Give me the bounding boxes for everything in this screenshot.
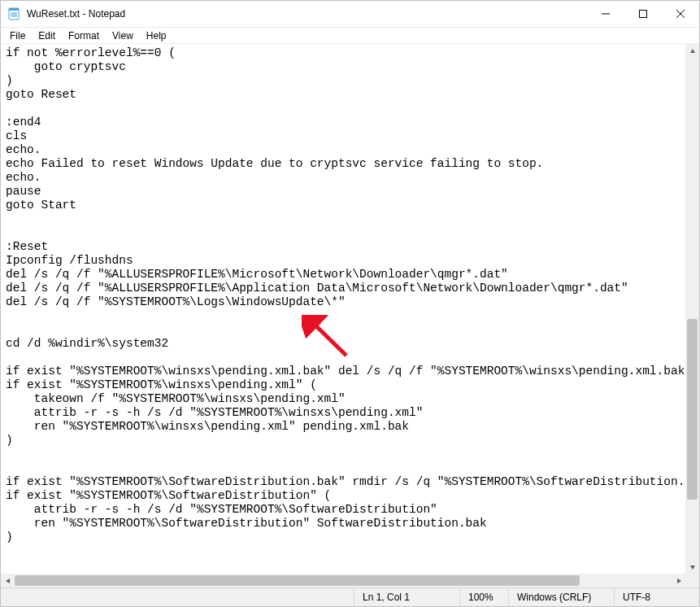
status-position: Ln 1, Col 1 xyxy=(354,588,459,606)
status-zoom: 100% xyxy=(459,588,508,606)
maximize-button[interactable] xyxy=(624,1,662,27)
vertical-scrollbar[interactable] xyxy=(685,44,699,574)
scroll-down-button[interactable] xyxy=(685,560,699,574)
editor-viewport: if not %errorlevel%==0 ( goto cryptsvc )… xyxy=(1,44,699,587)
svg-marker-11 xyxy=(690,49,695,53)
window-title: WuReset.txt - Notepad xyxy=(27,8,125,20)
status-empty xyxy=(1,588,354,606)
horizontal-scroll-track[interactable] xyxy=(15,574,672,587)
horizontal-scrollbar[interactable] xyxy=(1,574,685,587)
status-encoding: UTF-8 xyxy=(614,588,699,606)
scroll-up-button[interactable] xyxy=(685,44,699,58)
status-eol: Windows (CRLF) xyxy=(508,588,614,606)
svg-marker-14 xyxy=(677,579,681,583)
menu-file[interactable]: File xyxy=(4,29,31,42)
status-bar: Ln 1, Col 1 100% Windows (CRLF) UTF-8 xyxy=(1,587,699,606)
menu-view[interactable]: View xyxy=(107,29,139,42)
scroll-left-button[interactable] xyxy=(1,574,15,587)
menu-format[interactable]: Format xyxy=(63,29,105,42)
svg-rect-6 xyxy=(640,11,647,18)
horizontal-scroll-thumb[interactable] xyxy=(15,575,580,586)
minimize-button[interactable] xyxy=(587,1,624,27)
text-area[interactable]: if not %errorlevel%==0 ( goto cryptsvc )… xyxy=(1,44,699,587)
scroll-corner xyxy=(685,574,699,587)
svg-rect-1 xyxy=(9,8,19,11)
vertical-scroll-thumb[interactable] xyxy=(687,319,698,500)
svg-marker-13 xyxy=(6,579,10,583)
menu-bar: File Edit Format View Help xyxy=(1,28,699,44)
window-controls xyxy=(587,1,699,27)
scroll-right-button[interactable] xyxy=(672,574,685,587)
menu-edit[interactable]: Edit xyxy=(33,29,61,42)
notepad-icon xyxy=(7,7,20,20)
svg-marker-12 xyxy=(690,566,695,570)
menu-help[interactable]: Help xyxy=(141,29,172,42)
close-button[interactable] xyxy=(662,1,699,27)
title-bar: WuReset.txt - Notepad xyxy=(1,1,699,28)
vertical-scroll-track[interactable] xyxy=(685,58,699,560)
